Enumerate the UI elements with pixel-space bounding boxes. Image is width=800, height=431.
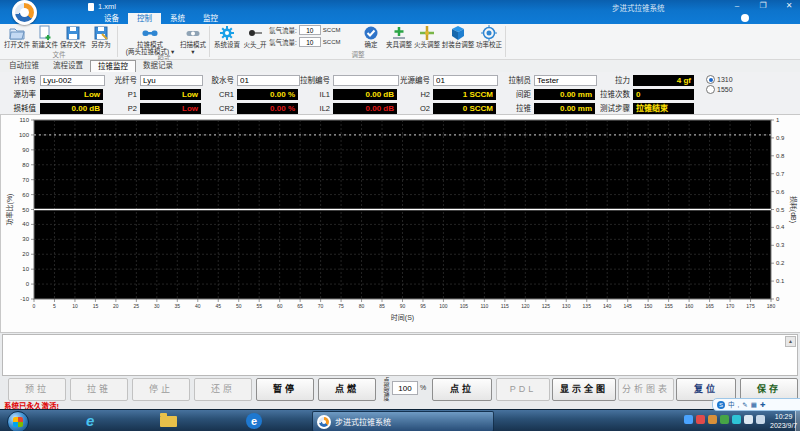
ime-toolbar[interactable]: S 中 , ✎ ▦ ✚ (712, 398, 800, 411)
tray-teal-icon[interactable] (732, 415, 741, 424)
control-button-4[interactable]: 还原 (194, 378, 252, 401)
ime-language-indicator[interactable]: 中 (728, 400, 735, 410)
svg-text:0.9: 0.9 (776, 135, 785, 141)
torch-adjust-icon (419, 25, 435, 41)
svg-text:0: 0 (33, 303, 36, 309)
svg-text:35: 35 (175, 303, 181, 309)
sub-tab-4[interactable]: 数据记录 (136, 60, 180, 72)
ime-settings-icon[interactable]: ✚ (760, 400, 765, 410)
save-icon (65, 25, 81, 41)
ribbon-button[interactable]: 新建文件 (31, 24, 59, 48)
svg-text:0.6: 0.6 (776, 189, 785, 195)
svg-text:125: 125 (542, 303, 551, 309)
param-label: IL2 (292, 103, 330, 114)
gas-flow-input-1[interactable] (299, 25, 321, 35)
control-button-5[interactable]: 暂停 (256, 378, 314, 401)
param-value-display: 0 SCCM (433, 103, 496, 114)
tray-green-shield-icon[interactable] (720, 415, 729, 424)
wavelength-radio-1310[interactable]: 1310 (706, 75, 733, 84)
sub-tab-3[interactable]: 拉锥监控 (90, 60, 136, 72)
ignition-intensity-input[interactable] (392, 381, 418, 395)
control-button-3[interactable]: 停止 (132, 378, 190, 401)
ribbon-button[interactable]: 拉锥模式(两头拉锥模式) ▾ (121, 24, 179, 55)
control-button-right-3[interactable]: 显示全图 (552, 378, 616, 401)
wavelength-radio-1550[interactable]: 1550 (706, 85, 733, 94)
tray-user-icon[interactable] (708, 415, 717, 424)
radio-dot-icon (706, 75, 715, 84)
param-label: CR2 (197, 103, 234, 114)
control-button-2[interactable]: 拉锥 (70, 378, 128, 401)
taskbar-clock[interactable]: 10:29 2023/9/7 (770, 412, 797, 430)
param-input[interactable] (333, 75, 399, 86)
svg-text:0.8: 0.8 (776, 153, 785, 159)
svg-text:160: 160 (685, 303, 694, 309)
ribbon-group-2: 拉锥模式(两头拉锥模式) ▾扫描模式▾模式 (121, 24, 207, 59)
explorer-folder-icon[interactable] (160, 416, 177, 427)
ime-punctuation-icon[interactable]: , (738, 400, 740, 410)
svg-text:150: 150 (644, 303, 653, 309)
internet-explorer-icon[interactable]: e (86, 412, 94, 429)
menu-tab-1[interactable]: 设备 (95, 13, 128, 24)
param-input[interactable] (534, 75, 597, 86)
ribbon-button[interactable]: 另存为 (87, 24, 115, 48)
show-desktop-button[interactable] (795, 410, 800, 431)
svg-text:70: 70 (22, 177, 29, 183)
maximize-button[interactable]: ❐ (756, 1, 770, 10)
ribbon-button[interactable]: 系统设置 (213, 24, 241, 48)
ribbon-button-label: 打开文件 (3, 41, 31, 48)
confirm-icon (363, 25, 379, 41)
file-new-icon (37, 25, 53, 41)
param-value-display: 拉锥结束 (633, 103, 694, 114)
menu-tab-3[interactable]: 系统 (161, 13, 194, 24)
svg-text:65: 65 (297, 303, 303, 309)
svg-text:40: 40 (22, 221, 29, 227)
control-button-6[interactable]: 点燃 (318, 378, 376, 401)
tray-red-icon[interactable] (696, 415, 705, 424)
ribbon-button[interactable]: 夹具调整 (385, 24, 413, 48)
svg-text:110: 110 (480, 303, 488, 309)
tray-blue-icon[interactable] (684, 415, 693, 424)
svg-text:145: 145 (624, 303, 633, 309)
param-input[interactable] (140, 75, 203, 86)
ribbon-button[interactable]: 火头调整 (413, 24, 441, 48)
ribbon-options-button[interactable] (741, 14, 749, 22)
gas-flow-input-2[interactable] (299, 37, 321, 47)
ribbon-button[interactable]: 功率校正 (475, 24, 503, 48)
control-button-right-2[interactable]: PDL (496, 378, 550, 401)
ignition-intensity-unit: % (420, 384, 426, 391)
scroll-up-button[interactable]: ▲ (785, 336, 796, 347)
scan-mode-icon (185, 25, 201, 41)
close-button[interactable]: ✕ (782, 1, 796, 10)
control-button-1[interactable]: 预拉 (8, 378, 66, 401)
ribbon-button[interactable]: 扫描模式▾ (179, 24, 207, 55)
control-button-right-1[interactable]: 点拉 (432, 378, 492, 401)
param-input[interactable] (433, 75, 498, 86)
ime-pen-icon[interactable]: ✎ (742, 400, 747, 410)
stage-adjust-icon (450, 25, 466, 41)
ime-keyboard-icon[interactable]: ▦ (751, 400, 757, 410)
menu-tab-2[interactable]: 控制 (128, 13, 161, 24)
taskbar-app-button[interactable]: 步进式拉锥系统 (312, 411, 494, 431)
menu-tab-4[interactable]: 监控 (194, 13, 227, 24)
ribbon-button[interactable]: 打开文件 (3, 24, 31, 48)
ribbon-button[interactable]: 保存文件 (59, 24, 87, 48)
sub-tab-2[interactable]: 流程设置 (46, 60, 90, 72)
svg-text:80: 80 (22, 162, 29, 168)
svg-text:115: 115 (501, 303, 509, 309)
sub-tab-1[interactable]: 自动拉锥 (2, 60, 46, 72)
minimize-button[interactable]: – (730, 1, 744, 10)
param-input[interactable] (40, 75, 105, 86)
svg-text:90: 90 (22, 147, 29, 153)
ribbon-button[interactable]: 确定 (357, 24, 385, 48)
browser-icon[interactable]: e (246, 413, 262, 429)
ribbon-button[interactable]: 火头_开 (241, 24, 269, 48)
ime-logo-icon[interactable]: S (717, 401, 725, 409)
ribbon-separator (505, 26, 506, 57)
param-label: 计划号 (0, 75, 36, 86)
tray-network-icon[interactable] (756, 415, 765, 424)
start-button[interactable] (7, 411, 29, 431)
control-button-right-4[interactable]: 分析图表 (618, 378, 674, 401)
ribbon-button[interactable]: 封装台调整 (441, 24, 475, 48)
tray-volume-icon[interactable] (744, 415, 753, 424)
param-input[interactable] (237, 75, 300, 86)
